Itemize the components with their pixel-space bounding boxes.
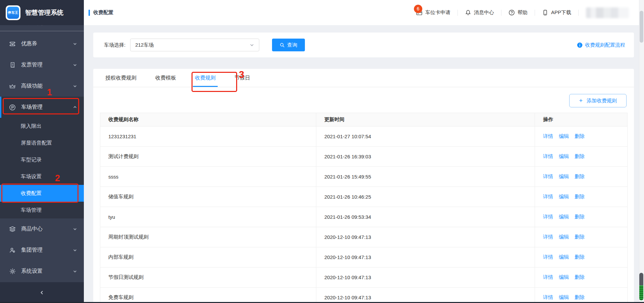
delete-link[interactable]: 删除 <box>575 254 585 260</box>
edit-link[interactable]: 编辑 <box>559 274 569 280</box>
edit-link[interactable]: 编辑 <box>559 153 569 159</box>
table-row: 免费车规则 2020-12-10 09:47:13 详情编辑删除 <box>100 288 628 303</box>
tab-fee-rules[interactable]: 收费规则 <box>195 69 216 87</box>
rule-name: tyu <box>100 207 316 227</box>
collapse-left-icon <box>40 290 44 295</box>
delete-link[interactable]: 删除 <box>575 173 585 179</box>
sidebar-item-advanced[interactable]: 高级功能 <box>0 75 84 97</box>
search-button[interactable]: 查询 <box>272 39 305 51</box>
sidebar-item-parking-management-sub[interactable]: 车场管理 <box>0 202 84 218</box>
edit-link[interactable]: 编辑 <box>559 194 569 199</box>
sidebar-item-fee-config[interactable]: 收费配置 <box>0 185 84 202</box>
tab-holidays[interactable]: 节假日 <box>234 69 250 87</box>
delete-link[interactable]: 删除 <box>575 274 585 280</box>
fee-rules-table-wrap: 收费规则名称 更新时间 操作 1231231231 2021-01-27 10:… <box>100 113 627 303</box>
nav-parking-card-apply[interactable]: 6 车位卡申请 <box>409 9 458 16</box>
layers-icon <box>9 226 16 233</box>
fee-rules-card: 授权收费规则 收费模板 收费规则 节假日 + 添加收费规则 收费规则名称 <box>93 69 634 303</box>
breadcrumb-accent-bar <box>89 10 90 16</box>
chevron-down-icon <box>73 227 77 231</box>
table-row: tyu 2021-01-26 09:53:34 详情编辑删除 <box>100 207 628 227</box>
sidebar-item-invoice[interactable]: 发票管理 <box>0 54 84 75</box>
rule-name: 内部车规则 <box>100 247 316 267</box>
chevron-down-icon <box>250 43 254 47</box>
phone-icon <box>542 9 548 16</box>
sidebar-collapse-button[interactable] <box>0 282 84 303</box>
table-row: 内部车规则 2020-12-10 09:47:13 详情编辑删除 <box>100 247 628 267</box>
rule-updated: 2021-01-27 10:07:54 <box>316 127 535 147</box>
delete-link[interactable]: 删除 <box>575 294 585 300</box>
detail-link[interactable]: 详情 <box>543 173 553 179</box>
edit-link[interactable]: 编辑 <box>559 214 569 219</box>
question-circle-icon <box>508 9 515 16</box>
edit-link[interactable]: 编辑 <box>559 254 569 260</box>
nav-message-center[interactable]: 消息中心 <box>458 9 501 16</box>
delete-link[interactable]: 删除 <box>575 234 585 240</box>
delete-link[interactable]: 删除 <box>575 214 585 219</box>
sidebar-item-screen-voice-config[interactable]: 屏显语音配置 <box>0 135 84 151</box>
sidebar-item-entry-exit-limit[interactable]: 限入限出 <box>0 118 84 135</box>
sidebar-item-system-settings[interactable]: 系统设置 <box>0 261 84 282</box>
rule-updated: 2020-12-10 09:47:13 <box>316 227 535 247</box>
nav-app-download[interactable]: APP下载 <box>535 9 578 16</box>
detail-link[interactable]: 详情 <box>543 294 553 300</box>
page-scrollbar-track[interactable] <box>639 0 644 303</box>
table-row: 储值车规则 2021-01-26 10:46:25 详情编辑删除 <box>100 187 628 207</box>
park-select-value: 212车场 <box>135 42 154 48</box>
tab-fee-templates[interactable]: 收费模板 <box>155 69 176 87</box>
rule-name: 1231231231 <box>100 127 316 147</box>
tabs-bar: 授权收费规则 收费模板 收费规则 节假日 <box>93 69 634 87</box>
detail-link[interactable]: 详情 <box>543 254 553 260</box>
content-area: 车场选择: 212车场 查询 收费规则配置流程 <box>84 25 644 303</box>
rule-updated: 2020-12-10 09:47:13 <box>316 247 535 267</box>
chevron-down-icon <box>73 84 77 88</box>
sidebar-item-group-management[interactable]: 集团管理 <box>0 240 84 261</box>
filter-card: 车场选择: 212车场 查询 收费规则配置流程 <box>93 33 634 57</box>
edit-link[interactable]: 编辑 <box>559 173 569 179</box>
sidebar-item-partial[interactable]: 车场首页 <box>0 25 84 31</box>
app-title: 智慧管理系统 <box>25 8 63 17</box>
nav-help[interactable]: 帮助 <box>501 9 535 16</box>
edit-link[interactable]: 编辑 <box>559 294 569 300</box>
edit-link[interactable]: 编辑 <box>559 234 569 240</box>
rule-name: 测试计费规则 <box>100 147 316 167</box>
rule-name: 周期封顶测试规则 <box>100 227 316 247</box>
detail-link[interactable]: 详情 <box>543 214 553 219</box>
delete-link[interactable]: 删除 <box>575 133 585 139</box>
logo-bar: 停车王 智慧管理系统 <box>0 0 84 25</box>
column-header-actions: 操作 <box>535 113 628 127</box>
chevron-up-icon <box>73 105 77 109</box>
sidebar-item-parking-management[interactable]: 车场管理 <box>0 97 84 118</box>
topnav: 6 车位卡申请 消息中心 帮助 <box>409 7 629 18</box>
sidebar-item-parking-settings[interactable]: 车场设置 <box>0 168 84 185</box>
detail-link[interactable]: 详情 <box>543 194 553 199</box>
table-row: ssss 2021-01-26 15:49:55 详情编辑删除 <box>100 167 628 187</box>
detail-link[interactable]: 详情 <box>543 274 553 280</box>
add-fee-rule-button[interactable]: + 添加收费规则 <box>569 94 627 107</box>
edit-link[interactable]: 编辑 <box>559 133 569 139</box>
fee-rule-config-flow-link[interactable]: 收费规则配置流程 <box>577 42 625 48</box>
detail-link[interactable]: 详情 <box>543 153 553 159</box>
chevron-down-icon <box>73 248 77 252</box>
detail-link[interactable]: 详情 <box>543 133 553 139</box>
page-scrollbar-thumb[interactable] <box>640 11 643 43</box>
chevron-down-icon <box>73 269 77 273</box>
bell-icon <box>465 9 471 16</box>
page-title: 收费配置 <box>93 9 113 16</box>
sidebar-item-vehicle-type-record[interactable]: 车型记录 <box>0 151 84 168</box>
park-select-label: 车场选择: <box>104 42 125 48</box>
sidebar-item-goods-center[interactable]: 商品中心 <box>0 218 84 240</box>
rule-name: 节假日测试规则 <box>100 267 316 288</box>
coupon-icon <box>9 41 16 47</box>
delete-link[interactable]: 删除 <box>575 153 585 159</box>
detail-link[interactable]: 详情 <box>543 234 553 240</box>
delete-link[interactable]: 删除 <box>575 194 585 199</box>
topbar: 收费配置 6 车位卡申请 消息中心 帮助 <box>84 0 644 25</box>
notification-badge: 6 <box>414 5 422 13</box>
sidebar-item-coupon[interactable]: 优惠券 <box>0 33 84 54</box>
fee-rules-table: 收费规则名称 更新时间 操作 1231231231 2021-01-27 10:… <box>100 113 628 303</box>
park-select[interactable]: 212车场 <box>130 39 259 51</box>
crown-icon <box>9 83 16 90</box>
tab-authorized-fee-rules[interactable]: 授权收费规则 <box>105 69 137 87</box>
column-header-updated: 更新时间 <box>316 113 535 127</box>
